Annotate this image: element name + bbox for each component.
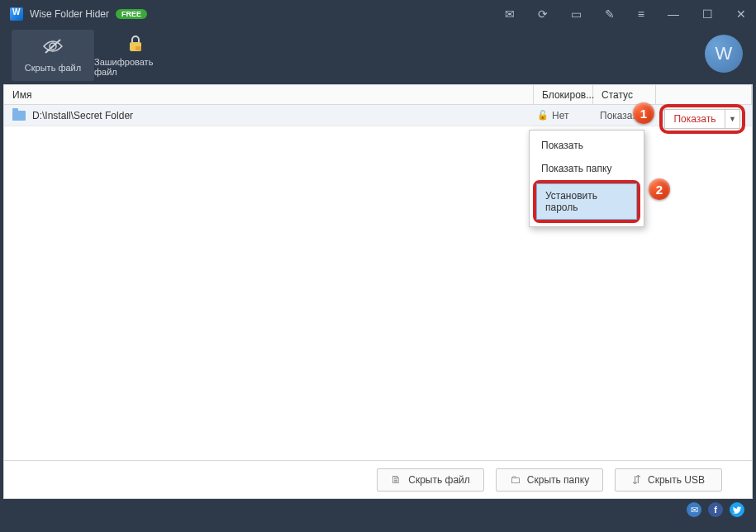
usb-icon: ⇵ <box>632 473 641 486</box>
maximize-button[interactable]: ☐ <box>702 7 713 21</box>
title-bar: Wise Folder Hider FREE ✉ ⟳ ▭ ✎ ≡ — ☐ ✕ <box>2 2 754 26</box>
hide-folder-button[interactable]: 🗀 Скрыть папку <box>496 468 603 492</box>
lock-icon <box>126 34 145 54</box>
feedback-icon[interactable]: ▭ <box>571 7 582 21</box>
encrypt-file-label: Зашифровать файл <box>94 57 177 77</box>
hide-file-tab[interactable]: Скрыть файл <box>12 30 94 81</box>
settings-icon[interactable]: ✎ <box>605 7 615 21</box>
hide-file-label: Скрыть файл <box>25 63 81 73</box>
column-lock[interactable]: Блокиров... <box>534 85 593 104</box>
close-button[interactable]: ✕ <box>736 7 746 21</box>
footer-twitter-icon[interactable] <box>730 502 744 517</box>
folder-icon <box>12 111 26 121</box>
column-status[interactable]: Статус <box>593 85 656 104</box>
app-title: Wise Folder Hider <box>30 8 109 20</box>
footer-mail-icon[interactable]: ✉ <box>687 502 701 517</box>
refresh-icon[interactable]: ⟳ <box>538 7 548 21</box>
toolbar: Скрыть файл Зашифровать файл W <box>2 26 754 84</box>
free-badge: FREE <box>116 9 147 19</box>
column-name[interactable]: Имя <box>4 85 534 104</box>
window-controls: — ☐ ✕ <box>668 7 746 21</box>
content-area: Имя Блокиров... Статус D:\Install\Secret… <box>3 84 753 461</box>
hide-file-button[interactable]: 🗎 Скрыть файл <box>377 468 484 492</box>
show-button-label: Показать <box>665 113 725 125</box>
show-button[interactable]: Показать ▼ <box>664 109 740 129</box>
menu-show[interactable]: Показать <box>533 134 640 157</box>
menu-set-password-wrap: Установить пароль 2 <box>533 180 640 223</box>
list-header: Имя Блокиров... Статус <box>4 85 752 105</box>
lock-small-icon: 🔓 <box>537 110 549 121</box>
footer: ✉ f <box>2 499 754 520</box>
menu-set-password[interactable]: Установить пароль <box>536 183 637 220</box>
column-operations[interactable] <box>656 85 752 104</box>
dropdown-arrow-icon[interactable]: ▼ <box>725 110 739 128</box>
show-button-callout: 1 Показать ▼ <box>659 104 745 134</box>
list-body: D:\Install\Secret Folder 🔓Нет Показа... … <box>4 105 752 460</box>
row-path: D:\Install\Secret Folder <box>32 110 534 121</box>
callout-ring-1: Показать ▼ <box>659 104 745 134</box>
encrypt-file-tab[interactable]: Зашифровать файл <box>94 30 177 81</box>
bottom-bar: 🗎 Скрыть файл 🗀 Скрыть папку ⇵ Скрыть US… <box>3 461 753 499</box>
row-lock: 🔓Нет <box>534 110 593 121</box>
minimize-button[interactable]: — <box>668 7 679 21</box>
brand-logo: W <box>705 35 743 73</box>
callout-badge-1: 1 <box>633 102 654 124</box>
svg-rect-3 <box>136 46 141 50</box>
menu-icon[interactable]: ≡ <box>638 7 644 21</box>
mail-icon[interactable]: ✉ <box>505 7 515 21</box>
header-icons: ✉ ⟳ ▭ ✎ ≡ <box>505 7 644 21</box>
folder-button-icon: 🗀 <box>510 473 521 486</box>
menu-show-folder[interactable]: Показать папку <box>533 157 640 180</box>
footer-facebook-icon[interactable]: f <box>708 502 723 517</box>
context-menu: Показать Показать папку Установить парол… <box>529 130 644 227</box>
eye-slash-icon <box>42 38 64 59</box>
callout-badge-2: 2 <box>649 178 670 200</box>
hide-usb-button[interactable]: ⇵ Скрыть USB <box>615 468 722 492</box>
file-icon: 🗎 <box>391 473 402 486</box>
app-icon <box>10 7 23 21</box>
callout-ring-2: Установить пароль <box>533 180 640 223</box>
app-window: Wise Folder Hider FREE ✉ ⟳ ▭ ✎ ≡ — ☐ ✕ С… <box>2 2 754 530</box>
